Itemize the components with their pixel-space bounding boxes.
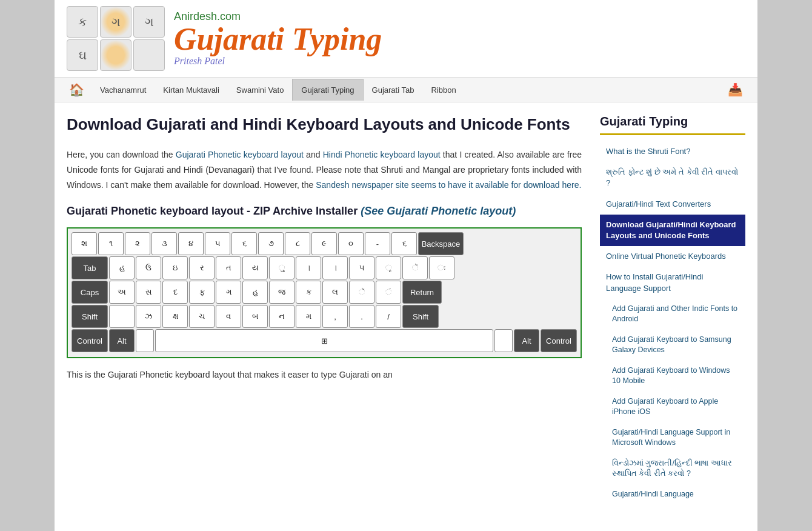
key-0: ૦ bbox=[338, 232, 364, 255]
download-icon[interactable]: 📥 bbox=[725, 78, 745, 102]
key-ba: બ bbox=[242, 305, 268, 328]
key-u2: ુ bbox=[269, 256, 295, 279]
sidebar-text-converters[interactable]: Gujarati/Hindi Text Converters bbox=[600, 194, 745, 215]
nav-swamini[interactable]: Swamini Vato bbox=[228, 79, 293, 101]
key-period: . bbox=[349, 305, 374, 328]
key-shift-r: Shift bbox=[402, 305, 439, 328]
content-area: Download Gujarati and Hindi Keyboard Lay… bbox=[67, 115, 582, 504]
key-ma: મ bbox=[296, 305, 321, 328]
key-ha2: હ bbox=[242, 281, 268, 304]
home-icon[interactable]: 🏠 bbox=[67, 78, 87, 102]
key-7: ૭ bbox=[258, 232, 284, 255]
key-blank bbox=[133, 39, 165, 71]
key-anusvar: ૅ bbox=[402, 256, 428, 279]
key-ctrl-r: Control bbox=[541, 329, 577, 352]
sidebar-shruti-font-en[interactable]: What is the Shruti Font? bbox=[600, 141, 745, 162]
key-fa: ફ bbox=[189, 281, 215, 304]
keyboard-image: શ ૧ ૨ ૩ ૪ ૫ ૬ ૭ ૮ ૯ ૦ - ૬ Backspace bbox=[67, 227, 582, 358]
key-pipe2: । bbox=[322, 256, 348, 279]
hindi-phonetic-link[interactable]: Hindi Phonetic keyboard layout bbox=[323, 150, 441, 159]
sidebar-samsung[interactable]: Add Gujarati Keyboard to Samsung Galaxy … bbox=[600, 330, 745, 361]
key-ka: ક bbox=[67, 6, 98, 38]
key-1: ૧ bbox=[98, 232, 124, 255]
nav-gujarati-tab[interactable]: Gujarati Tab bbox=[364, 79, 423, 101]
page-title: Download Gujarati and Hindi Keyboard Lay… bbox=[67, 115, 582, 135]
key-visarg: ઃ bbox=[429, 256, 454, 279]
key-ri: ૃ bbox=[376, 256, 401, 279]
key-i: ઇ bbox=[162, 256, 188, 279]
kb-row-3: Caps અ સ દ ફ ગ હ જ ક લ ૅ ં Return bbox=[72, 281, 577, 304]
main-title-logo: Gujarati Typing bbox=[174, 24, 382, 55]
sidebar-title: Gujarati Typing bbox=[600, 115, 745, 135]
site-title: Anirdesh.com Gujarati Typing Pritesh Pat… bbox=[174, 10, 382, 67]
sidebar-android-fonts[interactable]: Add Gujarati and Other Indic Fonts to An… bbox=[600, 299, 745, 330]
key-dash: - bbox=[365, 232, 390, 255]
sidebar-win10-mobile[interactable]: Add Gujarati Keyboard to Windows 10 Mobi… bbox=[600, 361, 745, 392]
key-return: Return bbox=[402, 281, 442, 304]
key-4: ૪ bbox=[178, 232, 204, 255]
key-alt-r: Alt bbox=[514, 329, 539, 352]
key-sha: શ bbox=[72, 232, 97, 255]
key-sa: સ bbox=[136, 281, 161, 304]
phonetic-layout-link[interactable]: (See Gujarati Phonetic layout) bbox=[361, 205, 516, 217]
key-cha: ચ bbox=[189, 305, 215, 328]
key-sp1 bbox=[136, 329, 154, 352]
key-9: ૯ bbox=[311, 232, 337, 255]
key-e2: ૅ bbox=[349, 281, 374, 304]
key-sp2 bbox=[494, 329, 513, 352]
nav-kirtan[interactable]: Kirtan Muktavali bbox=[155, 79, 227, 101]
key-6b: ૬ bbox=[391, 232, 417, 255]
sidebar-download-keyboards[interactable]: Download Gujarati/Hindi Keyboard Layouts… bbox=[600, 215, 745, 246]
key-da2: દ bbox=[162, 281, 188, 304]
intro-paragraph: Here, you can download the Gujarati Phon… bbox=[67, 147, 582, 193]
nav-gujarati-typing[interactable]: Gujarati Typing bbox=[292, 79, 363, 101]
key-2: ૨ bbox=[125, 232, 150, 255]
sidebar: Gujarati Typing What is the Shruti Font?… bbox=[600, 115, 745, 504]
key-comma: , bbox=[322, 305, 348, 328]
site-nav: 🏠 Vachanamrut Kirtan Muktavali Swamini V… bbox=[55, 78, 757, 102]
sidebar-install-language[interactable]: How to Install Gujarati/Hindi Language S… bbox=[600, 267, 745, 298]
key-caps: Caps bbox=[72, 281, 108, 304]
key-u: ઉ bbox=[136, 256, 161, 279]
key-5: ૫ bbox=[205, 232, 230, 255]
sidebar-language-bottom[interactable]: Gujarati/Hindi Language bbox=[600, 484, 745, 505]
site-header: ક ગ ગ ઘ Anirdesh.com Gujarati Typing Pri… bbox=[55, 0, 757, 78]
key-da: ઘ bbox=[67, 39, 98, 71]
sidebar-shruti-font-gu[interactable]: શ્રુતિ ફોન્ટ શું છે અમે તે કેવી રીતે વાપ… bbox=[600, 162, 745, 193]
sidebar-iphone[interactable]: Add Gujarati Keyboard to Apple iPhone iO… bbox=[600, 392, 745, 422]
key-la: લ bbox=[322, 281, 348, 304]
sandesh-link[interactable]: Sandesh newspaper site seems to have it … bbox=[316, 180, 581, 190]
key-ha: હ bbox=[109, 256, 135, 279]
key-va: વ bbox=[216, 305, 241, 328]
key-ja: જ bbox=[269, 281, 295, 304]
kb-row-5: Control Alt ⊞ Alt Control bbox=[72, 329, 577, 352]
key-6: ૬ bbox=[231, 232, 257, 255]
sidebar-windows-gu[interactable]: વિન્ડોઝમાં ગુજરાતી/હિન્દી ભાષા આધાર સ્થા… bbox=[600, 453, 745, 484]
key-3: ૩ bbox=[151, 232, 177, 255]
key-na: ન bbox=[269, 305, 295, 328]
key-ka2: ક bbox=[296, 281, 321, 304]
nav-ribbon[interactable]: Ribbon bbox=[422, 79, 464, 101]
nav-vachanamrut[interactable]: Vachanamrut bbox=[92, 79, 155, 101]
gujarati-phonetic-link[interactable]: Gujarati Phonetic keyboard layout bbox=[176, 150, 304, 159]
section1-title-text: Gujarati Phonetic keyboard layout - ZIP … bbox=[67, 205, 358, 217]
logo-area: ક ગ ગ ઘ Anirdesh.com Gujarati Typing Pri… bbox=[67, 6, 382, 71]
key-slash: / bbox=[376, 305, 401, 328]
kb-row-2: Tab હ ઉ ઇ ર ત ય ુ । । પ ૃ ૅ ઃ bbox=[72, 256, 577, 279]
sidebar-ms-windows[interactable]: Gujarati/Hindi Language Support in Micro… bbox=[600, 422, 745, 453]
key-a: અ bbox=[109, 281, 135, 304]
key-spacebar: ⊞ bbox=[155, 329, 493, 352]
logo-keyboard: ક ગ ગ ઘ bbox=[67, 6, 165, 71]
key-ra: ર bbox=[189, 256, 215, 279]
key-backspace: Backspace bbox=[418, 232, 464, 255]
key-tab: Tab bbox=[72, 256, 108, 279]
key-ga2: ગ bbox=[216, 281, 241, 304]
key-ya: ય bbox=[242, 256, 268, 279]
sidebar-online-virtual[interactable]: Online Virtual Phonetic Keyboards bbox=[600, 246, 745, 267]
key-pipe: । bbox=[296, 256, 321, 279]
bottom-text: This is the Gujarati Phonetic keyboard l… bbox=[67, 368, 582, 382]
key-ctrl-l: Control bbox=[72, 329, 108, 352]
subtitle-logo: Pritesh Patel bbox=[174, 55, 382, 67]
key-circle2 bbox=[100, 39, 131, 71]
key-pa: પ bbox=[349, 256, 374, 279]
